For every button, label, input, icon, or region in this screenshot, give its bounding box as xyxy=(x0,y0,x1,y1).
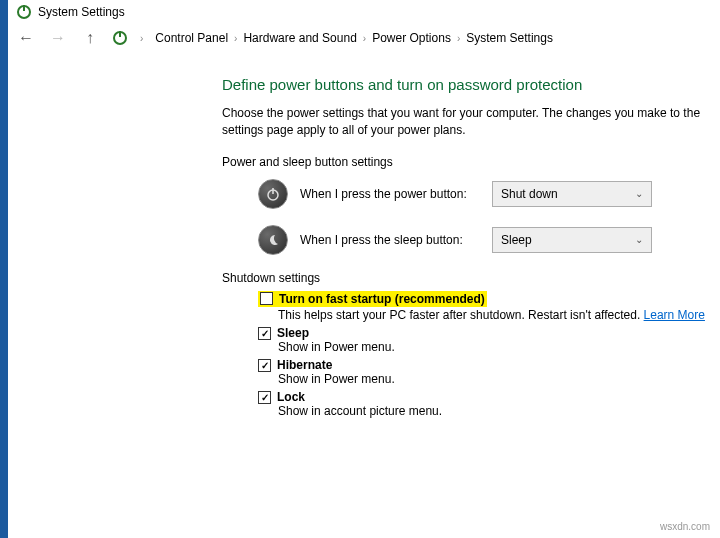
sleep-option-label: Sleep xyxy=(277,326,309,340)
breadcrumb-link[interactable]: Power Options xyxy=(372,31,451,45)
power-icon xyxy=(258,179,288,209)
up-arrow-icon[interactable]: ↑ xyxy=(80,28,100,48)
power-button-label: When I press the power button: xyxy=(300,187,480,201)
sleep-option-description: Show in Power menu. xyxy=(278,340,720,354)
chevron-right-icon: › xyxy=(234,33,237,44)
sleep-button-dropdown[interactable]: Sleep ⌄ xyxy=(492,227,652,253)
sleep-checkbox[interactable]: ✓ xyxy=(258,327,271,340)
svg-rect-1 xyxy=(23,5,25,11)
watermark: wsxdn.com xyxy=(660,521,710,532)
page-title: Define power buttons and turn on passwor… xyxy=(222,76,720,93)
back-arrow-icon[interactable]: ← xyxy=(16,28,36,48)
window-title: System Settings xyxy=(38,5,125,19)
hibernate-option-description: Show in Power menu. xyxy=(278,372,720,386)
page-description: Choose the power settings that you want … xyxy=(222,105,702,139)
breadcrumb-icon xyxy=(112,30,128,46)
forward-arrow-icon: → xyxy=(48,28,68,48)
chevron-right-icon: › xyxy=(140,33,143,44)
section-title-buttons: Power and sleep button settings xyxy=(222,155,720,169)
breadcrumb-current: System Settings xyxy=(466,31,553,45)
power-options-icon xyxy=(16,4,32,20)
power-button-dropdown[interactable]: Shut down ⌄ xyxy=(492,181,652,207)
sleep-button-label: When I press the sleep button: xyxy=(300,233,480,247)
chevron-right-icon: › xyxy=(363,33,366,44)
breadcrumb: Control Panel › Hardware and Sound › Pow… xyxy=(155,31,553,45)
fast-startup-description: This helps start your PC faster after sh… xyxy=(278,308,644,322)
chevron-down-icon: ⌄ xyxy=(635,234,643,245)
learn-more-link[interactable]: Learn More xyxy=(644,308,705,322)
hibernate-checkbox[interactable]: ✓ xyxy=(258,359,271,372)
breadcrumb-link[interactable]: Hardware and Sound xyxy=(243,31,356,45)
fast-startup-label: Turn on fast startup (recommended) xyxy=(279,292,485,306)
svg-rect-5 xyxy=(272,188,274,194)
lock-checkbox[interactable]: ✓ xyxy=(258,391,271,404)
chevron-right-icon: › xyxy=(457,33,460,44)
fast-startup-checkbox[interactable] xyxy=(260,292,273,305)
sleep-icon xyxy=(258,225,288,255)
chevron-down-icon: ⌄ xyxy=(635,188,643,199)
svg-rect-3 xyxy=(119,31,121,37)
breadcrumb-link[interactable]: Control Panel xyxy=(155,31,228,45)
dropdown-value: Sleep xyxy=(501,233,532,247)
section-title-shutdown: Shutdown settings xyxy=(222,271,720,285)
hibernate-option-label: Hibernate xyxy=(277,358,332,372)
lock-option-label: Lock xyxy=(277,390,305,404)
lock-option-description: Show in account picture menu. xyxy=(278,404,720,418)
dropdown-value: Shut down xyxy=(501,187,558,201)
